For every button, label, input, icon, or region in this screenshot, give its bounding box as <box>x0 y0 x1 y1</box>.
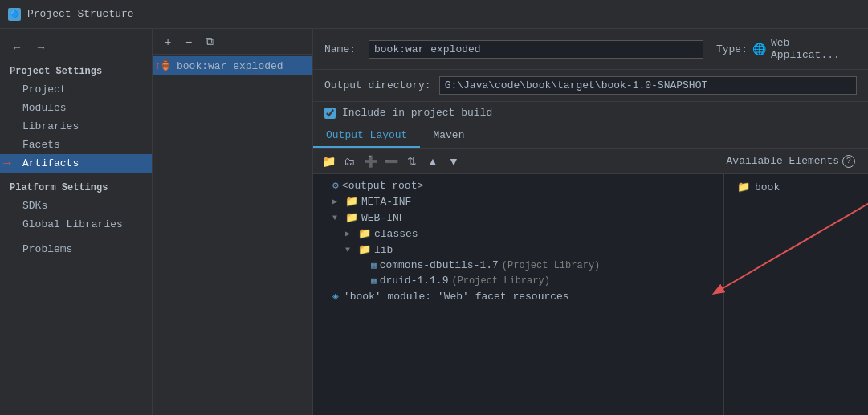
create-dir-button[interactable]: 🗂 <box>340 153 358 170</box>
available-book-folder-icon: 📁 <box>737 181 750 193</box>
sidebar-item-facets[interactable]: Facets <box>0 136 152 154</box>
node-label-lib: lib <box>374 244 393 256</box>
content-toolbar: 📁 🗂 ➕ ➖ ⇅ ▲ ▼ Available Elements ? <box>313 149 868 174</box>
add-artifact-button[interactable]: + <box>159 33 177 51</box>
help-icon[interactable]: ? <box>842 155 855 168</box>
tree-area: ⚙ <output root> ▶ 📁 META-INF ▼ 📁 WEB-INF <box>313 174 868 415</box>
add-element-button[interactable]: ➕ <box>361 153 379 170</box>
nav-forward-button[interactable]: → <box>32 39 50 56</box>
tree-node-classes[interactable]: ▶ 📁 classes <box>313 226 723 242</box>
platform-settings-label: Platform Settings <box>0 179 152 197</box>
folder-icon-meta: 📁 <box>345 195 358 208</box>
fields-row: Name: Type: 🌐 Web Applicat... <box>313 29 868 70</box>
sidebar-item-project[interactable]: Project <box>0 80 152 99</box>
node-label-book-module: 'book' module: 'Web' facet resources <box>344 291 569 303</box>
node-label-druid: druid-1.1.9 <box>380 275 449 287</box>
node-label-commons: commons-dbutils-1.7 <box>380 259 499 271</box>
expand-icon-meta: ▶ <box>332 197 342 206</box>
output-dir-row: Output directory: <box>313 70 868 102</box>
lib-icon-druid: ▦ <box>371 275 377 286</box>
node-label-web-inf: WEB-INF <box>361 212 405 224</box>
folder-icon-web: 📁 <box>345 211 358 224</box>
title-bar: 🔷 Project Structure <box>0 0 868 29</box>
nav-back-button[interactable]: ← <box>8 39 26 56</box>
output-dir-input[interactable] <box>439 76 857 95</box>
checkbox-row: Include in project build <box>313 102 868 124</box>
tabs-row: Output Layout Maven <box>313 124 868 149</box>
node-label-classes: classes <box>374 228 418 240</box>
artifact-item-book-war[interactable]: 🏺 book:war exploded ↑ <box>153 56 312 75</box>
app-icon: 🔷 <box>8 8 21 21</box>
lib-icon-commons: ▦ <box>371 260 377 271</box>
sort-button[interactable]: ⇅ <box>403 153 421 170</box>
remove-artifact-button[interactable]: − <box>180 33 198 51</box>
sidebar-divider <box>0 173 152 179</box>
tree-node-commons-dbutils[interactable]: ▦ commons-dbutils-1.7 (Project Library) <box>313 258 723 273</box>
available-item-book[interactable]: 📁 book <box>731 177 862 197</box>
struct-icon: ⚙ <box>332 179 339 192</box>
tree-node-druid[interactable]: ▦ druid-1.1.9 (Project Library) <box>313 273 723 288</box>
output-dir-label: Output directory: <box>324 79 431 92</box>
web-app-icon: 🌐 <box>752 43 766 56</box>
sidebar: ← → Project Settings Project Modules Lib… <box>0 29 153 415</box>
add-folder-button[interactable]: 📁 <box>320 153 337 170</box>
available-elements-label: Available Elements ? <box>727 155 862 168</box>
sidebar-item-modules[interactable]: Modules <box>0 99 152 117</box>
copy-artifact-button[interactable]: ⧉ <box>201 33 218 51</box>
artifact-toolbar: + − ⧉ <box>153 29 312 55</box>
commons-suffix: (Project Library) <box>502 260 600 271</box>
folder-icon-classes: 📁 <box>358 227 371 240</box>
available-item-book-label: book <box>755 181 780 193</box>
artifact-item-label: book:war exploded <box>177 60 283 72</box>
folder-icon-lib: 📁 <box>358 243 371 256</box>
tab-output-layout[interactable]: Output Layout <box>313 124 420 148</box>
include-in-build-checkbox[interactable] <box>324 108 336 119</box>
sidebar-item-sdks[interactable]: SDKs <box>0 197 152 215</box>
module-icon-book: ◈ <box>332 290 339 303</box>
tree-node-lib[interactable]: ▼ 📁 lib <box>313 242 723 258</box>
node-label-meta-inf: META-INF <box>361 196 411 208</box>
main-container: ← → Project Settings Project Modules Lib… <box>0 29 868 415</box>
tab-maven[interactable]: Maven <box>420 124 477 148</box>
available-panel: 📁 book <box>723 174 868 415</box>
type-section: Type: 🌐 Web Applicat... <box>716 37 857 61</box>
move-down-button[interactable]: ▼ <box>445 153 463 170</box>
name-label: Name: <box>324 43 356 55</box>
sidebar-item-libraries[interactable]: Libraries <box>0 117 152 136</box>
name-input[interactable] <box>369 40 703 59</box>
tree-node-output-root[interactable]: ⚙ <output root> <box>313 177 723 193</box>
expand-icon-classes: ▶ <box>345 229 355 238</box>
druid-suffix: (Project Library) <box>451 275 549 287</box>
sidebar-item-global-libraries[interactable]: Global Libraries <box>0 215 152 234</box>
tree-panel: ⚙ <output root> ▶ 📁 META-INF ▼ 📁 WEB-INF <box>313 174 723 415</box>
sidebar-item-artifacts[interactable]: Artifacts <box>0 154 152 173</box>
sidebar-item-problems[interactable]: Problems <box>0 240 152 258</box>
expand-icon-lib: ▼ <box>345 246 355 254</box>
title-bar-text: Project Structure <box>27 8 134 20</box>
sidebar-divider-2 <box>0 234 152 240</box>
war-exploded-icon: 🏺 <box>159 59 172 72</box>
type-value: Web Applicat... <box>771 37 857 61</box>
tree-node-meta-inf[interactable]: ▶ 📁 META-INF <box>313 193 723 210</box>
tree-node-web-inf[interactable]: ▼ 📁 WEB-INF <box>313 210 723 226</box>
artifact-list-panel: + − ⧉ 🏺 book:war exploded ↑ <box>153 29 313 415</box>
include-in-build-label: Include in project build <box>342 107 492 119</box>
tree-node-book-module[interactable]: ◈ 'book' module: 'Web' facet resources <box>313 288 723 304</box>
type-label: Type: <box>716 43 748 55</box>
expand-icon-web: ▼ <box>332 214 342 222</box>
project-settings-label: Project Settings <box>0 63 152 80</box>
artifact-list-area: 🏺 book:war exploded ↑ <box>153 55 312 415</box>
move-up-button[interactable]: ▲ <box>424 153 442 170</box>
node-label-output-root: <output root> <box>342 180 423 192</box>
content-area: Name: Type: 🌐 Web Applicat... Output dir… <box>313 29 868 415</box>
remove-element-button[interactable]: ➖ <box>382 153 400 170</box>
